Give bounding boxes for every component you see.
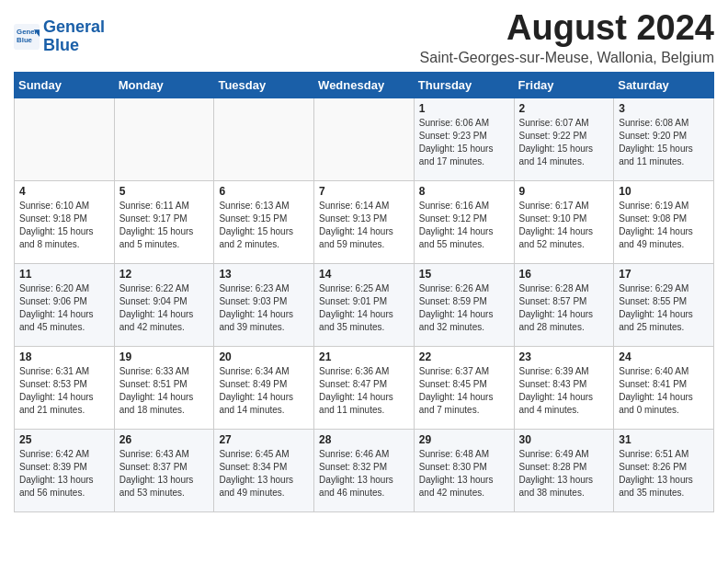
day-info: Sunrise: 6:46 AM Sunset: 8:32 PM Dayligh… — [319, 448, 409, 500]
day-cell: 21Sunrise: 6:36 AM Sunset: 8:47 PM Dayli… — [314, 346, 415, 429]
day-info: Sunrise: 6:13 AM Sunset: 9:15 PM Dayligh… — [219, 200, 309, 251]
day-number: 19 — [119, 350, 210, 363]
day-cell: 13Sunrise: 6:23 AM Sunset: 9:03 PM Dayli… — [214, 263, 314, 346]
day-cell: 17Sunrise: 6:29 AM Sunset: 8:55 PM Dayli… — [614, 263, 714, 346]
day-number: 12 — [119, 268, 210, 281]
logo-text: General Blue — [43, 18, 105, 55]
day-number: 26 — [119, 433, 210, 446]
logo: General Blue General Blue — [14, 18, 105, 55]
weekday-header-saturday: Saturday — [614, 72, 714, 98]
day-cell: 10Sunrise: 6:19 AM Sunset: 9:08 PM Dayli… — [614, 180, 714, 263]
week-row-4: 18Sunrise: 6:31 AM Sunset: 8:53 PM Dayli… — [15, 346, 714, 429]
day-info: Sunrise: 6:26 AM Sunset: 8:59 PM Dayligh… — [419, 282, 509, 334]
day-number: 20 — [219, 350, 309, 363]
day-info: Sunrise: 6:31 AM Sunset: 8:53 PM Dayligh… — [19, 365, 109, 417]
day-info: Sunrise: 6:14 AM Sunset: 9:13 PM Dayligh… — [319, 200, 409, 251]
logo-line2: Blue — [43, 36, 79, 54]
day-info: Sunrise: 6:07 AM Sunset: 9:22 PM Dayligh… — [519, 117, 609, 168]
day-number: 31 — [619, 433, 709, 446]
day-number: 27 — [219, 433, 309, 446]
day-info: Sunrise: 6:48 AM Sunset: 8:30 PM Dayligh… — [419, 448, 509, 500]
day-cell: 1Sunrise: 6:06 AM Sunset: 9:23 PM Daylig… — [414, 98, 514, 180]
day-number: 4 — [19, 185, 109, 198]
day-cell: 19Sunrise: 6:33 AM Sunset: 8:51 PM Dayli… — [114, 346, 214, 429]
calendar-table: SundayMondayTuesdayWednesdayThursdayFrid… — [14, 72, 714, 512]
day-number: 5 — [119, 185, 210, 198]
day-info: Sunrise: 6:20 AM Sunset: 9:06 PM Dayligh… — [19, 282, 109, 334]
day-cell: 24Sunrise: 6:40 AM Sunset: 8:41 PM Dayli… — [614, 346, 714, 429]
day-cell: 26Sunrise: 6:43 AM Sunset: 8:37 PM Dayli… — [114, 429, 214, 511]
day-info: Sunrise: 6:11 AM Sunset: 9:17 PM Dayligh… — [119, 200, 210, 251]
day-cell: 27Sunrise: 6:45 AM Sunset: 8:34 PM Dayli… — [214, 429, 314, 511]
week-row-1: 1Sunrise: 6:06 AM Sunset: 9:23 PM Daylig… — [15, 98, 714, 180]
day-number: 7 — [319, 185, 409, 198]
day-number: 23 — [519, 350, 609, 363]
weekday-header-tuesday: Tuesday — [214, 72, 314, 98]
day-info: Sunrise: 6:25 AM Sunset: 9:01 PM Dayligh… — [319, 282, 409, 334]
day-cell: 16Sunrise: 6:28 AM Sunset: 8:57 PM Dayli… — [514, 263, 614, 346]
day-cell: 20Sunrise: 6:34 AM Sunset: 8:49 PM Dayli… — [214, 346, 314, 429]
day-number: 16 — [519, 268, 609, 281]
day-info: Sunrise: 6:08 AM Sunset: 9:20 PM Dayligh… — [619, 117, 709, 168]
day-number: 17 — [619, 268, 709, 281]
day-info: Sunrise: 6:22 AM Sunset: 9:04 PM Dayligh… — [119, 282, 210, 334]
day-info: Sunrise: 6:45 AM Sunset: 8:34 PM Dayligh… — [219, 448, 309, 500]
day-info: Sunrise: 6:39 AM Sunset: 8:43 PM Dayligh… — [519, 365, 609, 417]
day-info: Sunrise: 6:34 AM Sunset: 8:49 PM Dayligh… — [219, 365, 309, 417]
day-number: 8 — [419, 185, 509, 198]
day-number: 29 — [419, 433, 509, 446]
day-info: Sunrise: 6:29 AM Sunset: 8:55 PM Dayligh… — [619, 282, 709, 334]
svg-text:Blue: Blue — [17, 36, 33, 44]
day-info: Sunrise: 6:16 AM Sunset: 9:12 PM Dayligh… — [419, 200, 509, 251]
day-number: 24 — [619, 350, 709, 363]
week-row-3: 11Sunrise: 6:20 AM Sunset: 9:06 PM Dayli… — [15, 263, 714, 346]
day-info: Sunrise: 6:19 AM Sunset: 9:08 PM Dayligh… — [619, 200, 709, 251]
day-info: Sunrise: 6:33 AM Sunset: 8:51 PM Dayligh… — [119, 365, 210, 417]
day-cell: 18Sunrise: 6:31 AM Sunset: 8:53 PM Dayli… — [15, 346, 115, 429]
day-cell: 31Sunrise: 6:51 AM Sunset: 8:26 PM Dayli… — [614, 429, 714, 511]
weekday-header-friday: Friday — [514, 72, 614, 98]
day-number: 13 — [219, 268, 309, 281]
day-cell — [314, 98, 415, 180]
day-cell: 22Sunrise: 6:37 AM Sunset: 8:45 PM Dayli… — [414, 346, 514, 429]
location: Saint-Georges-sur-Meuse, Wallonia, Belgi… — [420, 50, 714, 66]
day-cell: 23Sunrise: 6:39 AM Sunset: 8:43 PM Dayli… — [514, 346, 614, 429]
day-number: 14 — [319, 268, 409, 281]
header: General Blue General Blue August 2024 Sa… — [14, 9, 714, 66]
day-cell: 3Sunrise: 6:08 AM Sunset: 9:20 PM Daylig… — [614, 98, 714, 180]
day-number: 11 — [19, 268, 109, 281]
day-number: 21 — [319, 350, 409, 363]
day-number: 2 — [519, 102, 609, 115]
day-cell: 6Sunrise: 6:13 AM Sunset: 9:15 PM Daylig… — [214, 180, 314, 263]
day-number: 18 — [19, 350, 109, 363]
weekday-header-sunday: Sunday — [15, 72, 115, 98]
day-cell: 8Sunrise: 6:16 AM Sunset: 9:12 PM Daylig… — [414, 180, 514, 263]
weekday-header-monday: Monday — [114, 72, 214, 98]
logo-line1: General — [43, 17, 105, 36]
title-block: August 2024 Saint-Georges-sur-Meuse, Wal… — [420, 9, 714, 66]
weekday-header-row: SundayMondayTuesdayWednesdayThursdayFrid… — [15, 72, 714, 98]
day-cell: 14Sunrise: 6:25 AM Sunset: 9:01 PM Dayli… — [314, 263, 415, 346]
day-info: Sunrise: 6:28 AM Sunset: 8:57 PM Dayligh… — [519, 282, 609, 334]
day-cell — [214, 98, 314, 180]
weekday-header-thursday: Thursday — [414, 72, 514, 98]
day-cell: 30Sunrise: 6:49 AM Sunset: 8:28 PM Dayli… — [514, 429, 614, 511]
day-info: Sunrise: 6:49 AM Sunset: 8:28 PM Dayligh… — [519, 448, 609, 500]
day-cell: 15Sunrise: 6:26 AM Sunset: 8:59 PM Dayli… — [414, 263, 514, 346]
day-cell: 28Sunrise: 6:46 AM Sunset: 8:32 PM Dayli… — [314, 429, 415, 511]
day-info: Sunrise: 6:37 AM Sunset: 8:45 PM Dayligh… — [419, 365, 509, 417]
day-cell: 2Sunrise: 6:07 AM Sunset: 9:22 PM Daylig… — [514, 98, 614, 180]
day-cell — [15, 98, 115, 180]
day-info: Sunrise: 6:10 AM Sunset: 9:18 PM Dayligh… — [19, 200, 109, 251]
day-number: 6 — [219, 185, 309, 198]
day-info: Sunrise: 6:36 AM Sunset: 8:47 PM Dayligh… — [319, 365, 409, 417]
day-info: Sunrise: 6:51 AM Sunset: 8:26 PM Dayligh… — [619, 448, 709, 500]
day-cell: 7Sunrise: 6:14 AM Sunset: 9:13 PM Daylig… — [314, 180, 415, 263]
day-cell — [114, 98, 214, 180]
day-cell: 5Sunrise: 6:11 AM Sunset: 9:17 PM Daylig… — [114, 180, 214, 263]
day-number: 30 — [519, 433, 609, 446]
week-row-5: 25Sunrise: 6:42 AM Sunset: 8:39 PM Dayli… — [15, 429, 714, 511]
day-number: 1 — [419, 102, 509, 115]
day-number: 15 — [419, 268, 509, 281]
day-info: Sunrise: 6:40 AM Sunset: 8:41 PM Dayligh… — [619, 365, 709, 417]
